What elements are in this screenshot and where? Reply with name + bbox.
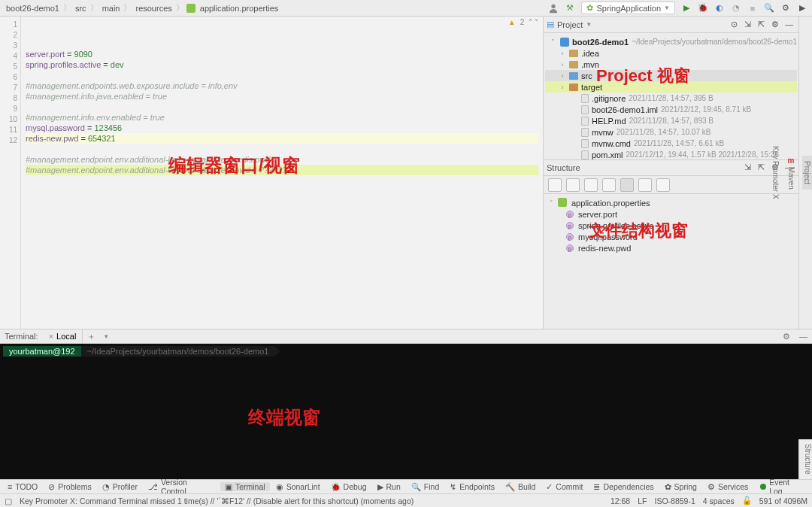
collapse-all-icon[interactable]: ⇱: [758, 20, 768, 30]
run-config-select[interactable]: ✿ SpringApplication ▼: [581, 2, 675, 14]
gear-icon[interactable]: ⚙: [771, 20, 782, 30]
crumb-src[interactable]: src: [74, 4, 88, 13]
crumb-file[interactable]: application.properties: [198, 4, 280, 13]
tree-folder-src[interactable]: ›src: [545, 70, 797, 81]
code-line[interactable]: [26, 70, 538, 80]
file-encoding[interactable]: ISO-8859-1: [654, 496, 695, 505]
tree-file[interactable]: pom.xml 2021/12/12, 19:44, 1.57 kB 2021/…: [545, 149, 797, 159]
tree-file[interactable]: mvnw.cmd 2021/11/28, 14:57, 6.61 kB: [545, 138, 797, 149]
autoscroll-from-icon[interactable]: [620, 178, 634, 192]
code-line[interactable]: mysql.password = 123456: [26, 123, 538, 133]
code-line[interactable]: server.port = 9090: [26, 49, 538, 59]
show-fields-icon[interactable]: [638, 178, 652, 192]
chevron-down-icon[interactable]: ▼: [586, 21, 592, 28]
code-line[interactable]: spring.profiles.active = dev: [26, 59, 538, 70]
show-inherited-icon[interactable]: [656, 178, 670, 192]
structure-property[interactable]: pserver.port: [547, 208, 795, 220]
stop-icon[interactable]: ■: [747, 3, 758, 14]
search-icon[interactable]: 🔍: [764, 3, 774, 14]
autoscroll-src-icon[interactable]: [602, 178, 616, 192]
code-line[interactable]: redis-new.pwd = 654321: [26, 133, 538, 144]
caret-position[interactable]: 12:68: [611, 496, 630, 505]
tool-find[interactable]: 🔍Find: [407, 482, 444, 492]
gear-icon[interactable]: ⚙: [778, 332, 795, 342]
code-line[interactable]: [26, 102, 538, 112]
tree-folder[interactable]: ›.mvn: [545, 59, 797, 70]
editor-pane[interactable]: 123456789101112 ▲ 2 ˄ ˅ server.port = 90…: [0, 17, 543, 329]
structure-property[interactable]: predis-new.pwd: [547, 242, 795, 254]
tree-folder[interactable]: ›.idea: [545, 47, 797, 59]
tool-run[interactable]: ▶Run: [373, 482, 405, 491]
tool-spring[interactable]: ✿Spring: [660, 482, 701, 491]
chevron-down-icon[interactable]: ▼: [100, 333, 112, 340]
tool-commit[interactable]: ✓Commit: [541, 482, 587, 491]
tree-file[interactable]: HELP.md 2021/11/28, 14:57, 893 B: [545, 115, 797, 126]
tree-root[interactable]: ˅ boot26-demo1 ~/IdeaProjects/yourbatman…: [545, 36, 797, 47]
tool-debug[interactable]: 🐞Debug: [326, 482, 371, 492]
lock-icon[interactable]: 🔓: [742, 496, 752, 505]
structure-root[interactable]: ˅ application.properties: [547, 197, 795, 208]
run-icon[interactable]: ▶: [681, 3, 692, 14]
tree-folder-target[interactable]: ›target: [545, 81, 797, 93]
line-separator[interactable]: LF: [638, 496, 647, 505]
inspection-widget[interactable]: ▲ 2 ˄ ˅: [508, 18, 538, 26]
gear-icon[interactable]: ⚙: [780, 3, 791, 14]
tool-build[interactable]: 🔨Build: [501, 482, 540, 492]
crumb-project[interactable]: boot26-demo1: [5, 4, 61, 13]
tool-endpoints[interactable]: ↯Endpoints: [445, 482, 499, 491]
structure-panel-header[interactable]: Structure ⇲ ⇱ ⚙ —: [544, 159, 798, 176]
memory-indicator[interactable]: 591 of 4096M: [759, 496, 807, 505]
expand-all-icon[interactable]: ⇲: [744, 20, 755, 30]
tool-sonarlint[interactable]: ◉SonarLint: [271, 482, 325, 491]
expand-all-icon[interactable]: ⇲: [744, 162, 755, 173]
project-panel-header[interactable]: ▤ Project ▼ ⊙ ⇲ ⇱ ⚙ —: [544, 17, 798, 33]
coverage-icon[interactable]: ◐: [714, 3, 725, 14]
crumb-resources[interactable]: resources: [134, 4, 173, 13]
hide-icon[interactable]: —: [795, 332, 812, 341]
breadcrumb[interactable]: boot26-demo1 〉 src 〉 main 〉 resources 〉 …: [0, 2, 280, 14]
editor-code[interactable]: ▲ 2 ˄ ˅ server.port = 9090spring.profile…: [21, 17, 543, 329]
structure-property[interactable]: pspring.profiles.active: [547, 220, 795, 231]
code-line[interactable]: #management.info.java.enabled = true: [26, 91, 538, 102]
tool-profiler[interactable]: ◔Profiler: [98, 482, 142, 491]
tree-file[interactable]: boot26-demo1.iml 2021/12/12, 19:45, 8.71…: [545, 104, 797, 115]
collapse-all-icon[interactable]: ⇱: [758, 162, 768, 173]
sidebar-tab-structure[interactable]: Structure: [798, 439, 812, 479]
code-line[interactable]: #management.endpoint.env.additional-keys…: [26, 165, 538, 175]
tool-terminal[interactable]: ▣Terminal: [220, 482, 270, 491]
terminal-tab-local[interactable]: × Local: [43, 329, 83, 343]
structure-property[interactable]: pmysql.password: [547, 231, 795, 242]
structure-tree[interactable]: ˅ application.properties pserver.portpsp…: [544, 194, 798, 307]
profile-icon[interactable]: ◔: [731, 3, 741, 14]
expander-icon[interactable]: ˅: [550, 199, 553, 207]
tool-dependencies[interactable]: ≣Dependencies: [589, 482, 658, 491]
tool-problems[interactable]: ⊘Problems: [44, 482, 95, 491]
sort-az-icon[interactable]: [548, 178, 562, 192]
tool-services[interactable]: ⚙Services: [703, 482, 753, 491]
user-icon[interactable]: [548, 3, 559, 14]
status-message[interactable]: Key Promoter X: Command Terminal missed …: [20, 496, 414, 505]
terminal-body[interactable]: yourbatman@192 ~/IdeaProjects/yourbatman…: [0, 344, 812, 479]
notification-icon[interactable]: ▢: [5, 496, 12, 505]
select-opened-icon[interactable]: ⊙: [731, 20, 741, 30]
play-multicolor-icon[interactable]: ▶: [797, 3, 807, 14]
tool-todo[interactable]: ≡TODO: [3, 482, 42, 491]
close-icon[interactable]: ×: [49, 332, 53, 341]
terminal-add-button[interactable]: ＋: [83, 331, 100, 342]
expander-icon[interactable]: ˅: [550, 38, 557, 46]
code-line[interactable]: [26, 144, 538, 154]
group-icon[interactable]: [584, 178, 598, 192]
sidebar-tab-project[interactable]: Project: [802, 156, 812, 190]
debug-icon[interactable]: 🐞: [698, 3, 708, 14]
tree-file[interactable]: mvnw 2021/11/28, 14:57, 10.07 kB: [545, 126, 797, 138]
tool-window-bar[interactable]: ≡TODO⊘Problems◔Profiler⎇Version Control▣…: [0, 479, 812, 493]
hide-icon[interactable]: —: [785, 20, 795, 30]
terminal-pane[interactable]: Terminal: × Local ＋ ▼ ⚙ — yourbatman@192…: [0, 329, 812, 479]
hammer-icon[interactable]: ⚒: [565, 3, 575, 14]
tree-file[interactable]: .gitignore 2021/11/28, 14:57, 395 B: [545, 93, 797, 104]
indent-setting[interactable]: 4 spaces: [703, 496, 735, 505]
project-tree[interactable]: ˅ boot26-demo1 ~/IdeaProjects/yourbatman…: [544, 33, 798, 159]
code-line[interactable]: #management.endpoint.env.additional-keys…: [26, 154, 538, 165]
code-line[interactable]: #management.endpoints.web.exposure.inclu…: [26, 80, 538, 91]
crumb-main[interactable]: main: [101, 4, 122, 13]
